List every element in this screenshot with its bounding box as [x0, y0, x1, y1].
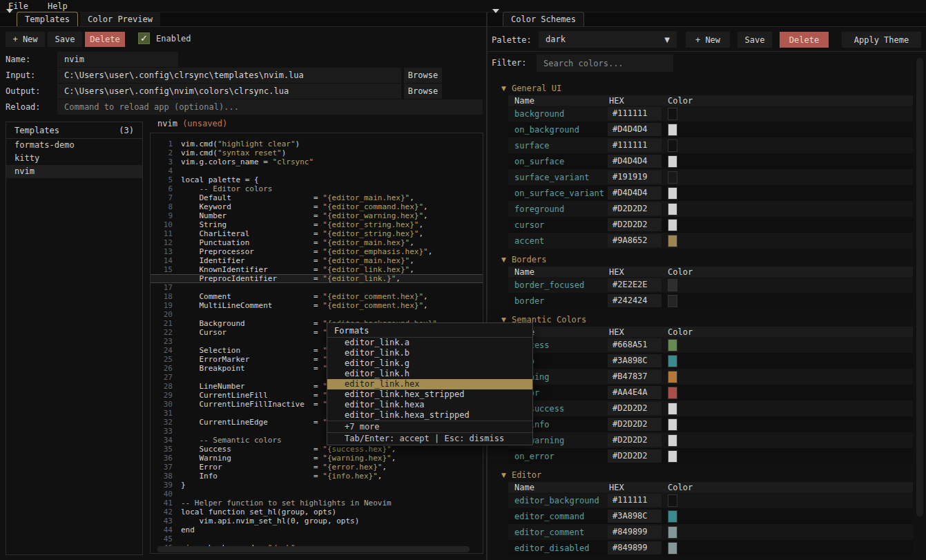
- palette-delete-button[interactable]: Delete: [780, 32, 829, 48]
- color-sections: ▼General UINameHEXColorbackground#111111…: [488, 77, 913, 560]
- popup-more-item[interactable]: +7 more: [327, 421, 532, 432]
- line-number: 1: [151, 139, 181, 148]
- popup-suggestion-item[interactable]: editor_link.g: [327, 358, 532, 369]
- color-swatch[interactable]: [668, 510, 677, 523]
- color-hex-input[interactable]: #111111: [608, 107, 662, 120]
- code-string-token: "{editor_main.hex}": [322, 193, 409, 202]
- palette-new-button[interactable]: + New: [686, 32, 730, 48]
- output-path-input[interactable]: [57, 84, 401, 99]
- reload-command-input[interactable]: [57, 99, 483, 115]
- color-swatch[interactable]: [668, 235, 677, 247]
- color-swatch[interactable]: [668, 403, 677, 415]
- collapse-all-icon[interactable]: [492, 13, 500, 23]
- color-hex-input[interactable]: #D2D2D2: [608, 202, 662, 215]
- section-header[interactable]: ▼Borders: [488, 249, 913, 267]
- color-hex-input[interactable]: #D4D4D4: [608, 123, 662, 136]
- color-swatch[interactable]: [668, 139, 677, 152]
- collapse-all-icon[interactable]: [6, 13, 14, 23]
- template-save-button[interactable]: Save: [48, 32, 82, 47]
- color-swatch[interactable]: [668, 371, 677, 383]
- code-token: ,: [428, 247, 433, 256]
- color-swatch[interactable]: [668, 295, 677, 307]
- color-swatch[interactable]: [668, 155, 677, 168]
- input-path-input[interactable]: [57, 68, 401, 83]
- color-hex-input[interactable]: #2E2E2E: [608, 278, 662, 291]
- color-swatch[interactable]: [668, 187, 677, 200]
- color-hex-input[interactable]: #B47837: [608, 370, 662, 383]
- input-browse-button[interactable]: Browse: [404, 68, 442, 83]
- color-swatch[interactable]: [668, 542, 677, 554]
- color-hex-input[interactable]: #D2D2D2: [608, 402, 662, 415]
- color-hex-input[interactable]: #3A898C: [608, 510, 662, 523]
- color-swatch[interactable]: [668, 355, 677, 367]
- popup-suggestion-item[interactable]: editor_link.hex_stripped: [327, 389, 532, 400]
- popup-suggestion-item[interactable]: editor_link.b: [327, 348, 532, 358]
- template-delete-button[interactable]: Delete: [85, 32, 125, 47]
- color-hex-input[interactable]: #3A898C: [608, 354, 662, 367]
- color-hex-input[interactable]: #D4D4D4: [608, 155, 662, 168]
- color-row: on_surface#D4D4D4: [508, 153, 913, 169]
- color-hex-input[interactable]: #242424: [608, 294, 662, 307]
- name-input[interactable]: [57, 52, 178, 67]
- color-hex-input[interactable]: #9A8652: [608, 234, 662, 247]
- color-hex-input[interactable]: #668A51: [608, 338, 662, 351]
- popup-suggestion-item[interactable]: editor_link.hexa: [327, 400, 532, 410]
- color-hex-input[interactable]: #D2D2D2: [608, 434, 662, 447]
- tab-color-schemes[interactable]: Color Schemes: [503, 12, 584, 26]
- code-token: CharLiteral =: [181, 229, 322, 238]
- template-list-item[interactable]: formats-demo: [6, 139, 142, 152]
- color-row: editor_disabled#849899: [508, 540, 913, 556]
- apply-theme-button[interactable]: Apply Theme: [842, 32, 921, 48]
- code-token: Identifier =: [181, 256, 322, 265]
- color-swatch[interactable]: [668, 279, 677, 291]
- color-swatch[interactable]: [668, 450, 677, 463]
- color-swatch[interactable]: [668, 418, 677, 431]
- code-token: -- Helper function to set highlights in …: [181, 499, 392, 508]
- color-swatch[interactable]: [668, 171, 677, 184]
- section-header[interactable]: ▼Editor: [488, 464, 913, 482]
- color-swatch[interactable]: [668, 526, 677, 539]
- code-token: ,: [409, 265, 414, 274]
- color-hex-input[interactable]: #AA4E4A: [608, 386, 662, 399]
- template-list-item[interactable]: nvim: [6, 165, 142, 178]
- output-browse-button[interactable]: Browse: [404, 84, 442, 99]
- code-line: 38 Info = "{info.hex}",: [151, 472, 483, 481]
- color-swatch[interactable]: [668, 203, 677, 215]
- color-swatch[interactable]: [668, 339, 677, 351]
- color-hex-input[interactable]: #191919: [608, 171, 662, 184]
- section-header[interactable]: ▼Semantic Colors: [488, 309, 913, 327]
- color-swatch[interactable]: [668, 387, 677, 399]
- color-swatch[interactable]: [668, 108, 677, 120]
- color-name: on_background: [508, 125, 608, 135]
- popup-suggestion-item[interactable]: editor_link.a: [327, 338, 532, 348]
- tab-templates[interactable]: Templates: [17, 12, 78, 26]
- color-hex-input[interactable]: #849899: [608, 541, 662, 554]
- palette-dropdown[interactable]: dark ▼: [539, 31, 677, 48]
- popup-suggestion-item[interactable]: editor_link.hexa_stripped: [327, 410, 532, 421]
- color-hex-input[interactable]: #849899: [608, 525, 662, 539]
- color-hex-input[interactable]: #D2D2D2: [608, 450, 662, 463]
- right-panel-scrollbar[interactable]: [916, 58, 923, 516]
- palette-save-button[interactable]: Save: [737, 32, 772, 48]
- color-filter-input[interactable]: [537, 55, 673, 72]
- color-swatch[interactable]: [668, 219, 677, 231]
- popup-suggestion-item[interactable]: editor_link.hex: [327, 379, 532, 389]
- color-swatch[interactable]: [668, 434, 677, 447]
- section-header[interactable]: ▼General UI: [488, 77, 913, 95]
- tab-color-preview[interactable]: Color Preview: [80, 12, 160, 26]
- template-list-item[interactable]: kitty: [6, 152, 142, 165]
- enabled-checkbox[interactable]: ✓: [138, 32, 150, 44]
- code-token: vim.g.colors_name =: [181, 157, 272, 166]
- menu-help[interactable]: Help: [48, 1, 68, 11]
- template-new-button[interactable]: + New: [6, 32, 45, 47]
- code-token: ,: [409, 193, 414, 202]
- editor-horizontal-scrollbar[interactable]: [157, 546, 470, 552]
- color-hex-input[interactable]: #D2D2D2: [608, 418, 662, 431]
- color-hex-input[interactable]: #D4D4D4: [608, 186, 662, 200]
- color-swatch[interactable]: [668, 124, 677, 136]
- color-hex-input[interactable]: #111111: [608, 139, 662, 152]
- popup-suggestion-item[interactable]: editor_link.h: [327, 369, 532, 379]
- color-hex-input[interactable]: #D2D2D2: [608, 218, 662, 231]
- color-swatch[interactable]: [668, 494, 677, 507]
- color-hex-input[interactable]: #111111: [608, 494, 662, 507]
